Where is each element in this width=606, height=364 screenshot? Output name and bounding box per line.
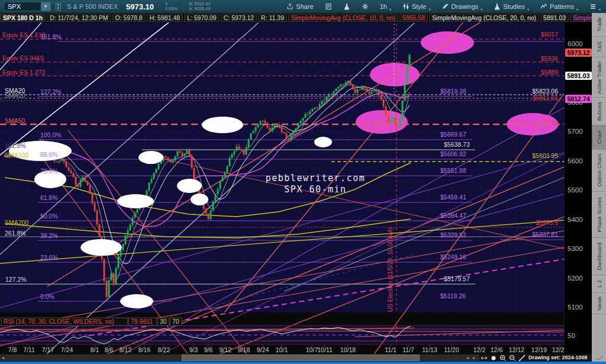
double-arrow-icon	[481, 355, 488, 362]
toolbar-notes-button[interactable]	[319, 0, 337, 13]
white-ellipse[interactable]	[120, 294, 153, 308]
level-label: $5459.41	[440, 194, 466, 201]
chevron-down-icon[interactable]: ▼	[41, 2, 50, 11]
price-tick-label: 5500	[568, 186, 583, 194]
white-ellipse[interactable]	[314, 137, 332, 147]
sidebar-tab-dashboard[interactable]: Dashboard	[592, 238, 606, 275]
date-tick-label: 10/1	[276, 346, 288, 353]
date-tick-label: 11/7	[402, 346, 414, 353]
level-label: 161.8%	[5, 142, 26, 149]
toolbar-studies-button[interactable]: Studies▾	[488, 0, 534, 13]
chevron-down-icon: ▾	[527, 7, 529, 11]
white-ellipse[interactable]	[80, 239, 122, 256]
chevron-down-icon: ▾	[576, 7, 578, 11]
ohlc-field: O: 5978.8	[112, 14, 146, 22]
draw-line-icon	[518, 355, 526, 362]
scrollbar-thumb[interactable]	[182, 355, 420, 361]
drawing-set-selector[interactable]: Drawing set: 2024-1008	[528, 355, 588, 360]
sidebar-tab-buttons[interactable]: Buttons	[592, 98, 606, 125]
sidebar-tab-label: Chart	[596, 130, 602, 144]
level-label: 261.8%	[5, 230, 26, 237]
date-tick-label: 10/18	[340, 346, 356, 353]
sidebar-tab-phase-scores[interactable]: Phase Scores	[592, 192, 606, 238]
date-tick-label: 8/1	[91, 346, 99, 353]
sidebar-tab-t-s[interactable]: T&S	[592, 37, 606, 57]
svg-text:pebblewriter.com: pebblewriter.com	[266, 173, 366, 183]
toolbar-list-button[interactable]: ▾	[584, 0, 606, 13]
toolbar-drawings-button[interactable]: Drawings▾	[436, 0, 488, 13]
rsi-current-value: 79.9811	[131, 318, 153, 325]
date-tick-label: 8/22	[158, 346, 170, 353]
symbol-link-icon[interactable]	[56, 3, 61, 11]
white-ellipse[interactable]	[202, 117, 243, 133]
price-tick-label: 5700	[568, 128, 583, 135]
chart-pane-bg	[0, 22, 564, 313]
price-chart-canvas[interactable]: US Election (11/5/24, 10:00 AM)pebblewri…	[0, 22, 564, 354]
flask-icon	[494, 3, 501, 10]
dot-icon[interactable]	[490, 354, 497, 362]
zoom-in-icon[interactable]	[499, 354, 507, 362]
white-ellipse[interactable]	[177, 179, 202, 193]
sidebar-tab-l-2[interactable]: L 2	[592, 275, 606, 293]
level-label: $5373.5	[536, 219, 558, 226]
gear-icon	[362, 3, 369, 10]
date-tick-label: 9/12	[220, 346, 232, 353]
white-ellipse[interactable]	[191, 194, 208, 205]
level-label: $5119.26	[440, 292, 466, 299]
study-label[interactable]: SimpleMovingAvg (CLOSE, 10, 0, no)	[288, 14, 398, 22]
toolbar-patterns-button[interactable]: Patterns▾	[534, 0, 584, 13]
sidebar-tab-option-chain[interactable]: Option Chain	[592, 150, 606, 192]
double-arrow-icon[interactable]	[481, 354, 488, 362]
date-tick-label: 7/8	[8, 346, 17, 353]
symbol-dropdown[interactable]: SPX ▼	[4, 2, 51, 11]
date-tick-label: 11/1	[385, 346, 397, 353]
sidebar-tab-news[interactable]: News	[592, 293, 606, 314]
pan-left-icon[interactable]: ◂	[2, 354, 4, 362]
white-ellipse[interactable]	[138, 151, 163, 164]
price-bubble: 5812.74	[565, 95, 592, 103]
ohlc-field: D: 11/7/24, 12:30 PM	[47, 14, 111, 22]
sidebar-tab-active-trader[interactable]: Active Trader	[592, 57, 606, 98]
level-label: 88.6%	[40, 151, 58, 158]
sidebar-tab-label: News	[596, 297, 602, 311]
share-icon	[286, 3, 294, 10]
toolbar-gear-button[interactable]	[356, 0, 374, 13]
toolbar-share-button[interactable]: Share	[281, 0, 318, 13]
study-label[interactable]: SimpleMovingAvg (CLOSE, 20, 0, no)	[429, 14, 539, 22]
sidebar-tab-label: L 2	[596, 280, 602, 288]
toolbar-1h-button[interactable]: 1h▾	[374, 0, 397, 13]
thinkorswim-window: SPX ▼ S & P 500 INDEX 5973.10 0 0.00% B:…	[0, 0, 606, 364]
level-label: $6017	[541, 31, 558, 38]
level-label: $5394.47	[440, 212, 466, 219]
level-label: $5603.95	[532, 152, 558, 159]
date-tick-label: 11/20	[444, 346, 459, 353]
change-percent: 0.00%	[165, 7, 178, 11]
pan-left-icon[interactable]: ◂	[466, 354, 469, 362]
toolbar-label: Studies	[503, 3, 525, 10]
level-label: 127.2%	[5, 276, 27, 283]
sidebar-tab-trade[interactable]: Trade	[592, 13, 606, 37]
rsi-oversold-level: 30	[160, 318, 167, 325]
level-label: 100.0%	[40, 131, 62, 138]
date-tick-label: 10/7	[306, 346, 318, 353]
date-tick-label: 8/6	[105, 346, 114, 353]
dot-icon	[490, 355, 497, 362]
study-value: 5891.03	[540, 14, 569, 22]
pan-right-icon[interactable]: ▸	[473, 354, 475, 362]
toolbar-style-button[interactable]: Style▾	[397, 0, 436, 13]
white-ellipse[interactable]	[117, 194, 154, 208]
level-label: $5337.81	[532, 231, 558, 238]
level-label: 38.2%	[40, 232, 58, 239]
right-gadget-tabs: TradeT&SActive TraderButtonsChartOption …	[592, 13, 606, 362]
sidebar-tab-label: Dashboard	[596, 243, 602, 270]
date-axis-labels: 7/87/117/177/248/18/68/128/168/229/39/69…	[8, 345, 564, 353]
date-tick-label: 7/17	[42, 346, 54, 353]
zoom-out-icon[interactable]	[509, 354, 516, 362]
chart-toolbar: Share1h▾Style▾Drawings▾Studies▾Patterns▾…	[281, 0, 606, 13]
change-block: 0 0.00%	[160, 2, 178, 11]
index-name: S & P 500 INDEX	[67, 3, 118, 10]
draw-line-icon[interactable]	[518, 354, 526, 362]
sidebar-tab-chart[interactable]: Chart	[592, 125, 606, 150]
price-axis[interactable]: 6000580057005600550054005300520051005059…	[564, 22, 592, 354]
toolbar-flask-button[interactable]	[337, 0, 356, 13]
